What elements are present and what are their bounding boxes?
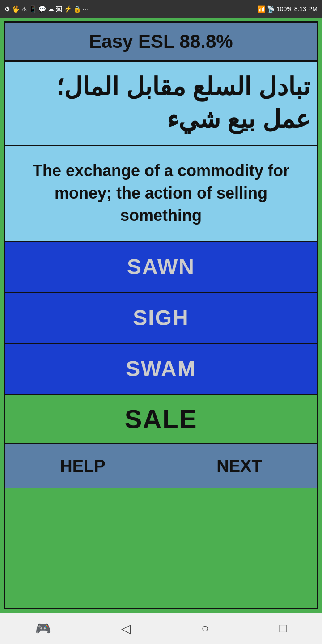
app-title: Easy ESL 88.8% [89,31,233,52]
arabic-section: تبادل السلع مقابل المال؛ عمل بيع شيء [5,62,317,146]
more-icon: ··· [83,5,88,13]
correct-answer-text: SALE [125,404,198,433]
recent-button[interactable]: □ [279,621,287,636]
correct-answer-section: SALE [5,395,317,443]
warning-icon: ⚠ [21,5,27,13]
image-icon: 🖼 [56,5,62,13]
message-icon: 💬 [38,5,46,13]
header: Easy ESL 88.8% [5,23,317,62]
status-icons-right: 📶 📡 100% 8:13 PM [258,5,318,13]
answer-label-1: SAWN [127,255,195,279]
home-button[interactable]: ○ [201,621,209,636]
next-button[interactable]: NEXT [161,444,317,488]
help-button[interactable]: HELP [5,444,161,488]
wifi-icon: 📶 [258,5,265,13]
signal-icon: 📡 [267,5,275,13]
hand-icon: 🖐 [12,5,20,13]
time-text: 8:13 PM [294,5,318,13]
english-definition-section: The exchange of a commodity for money; t… [5,146,317,242]
answer-button-1[interactable]: SAWN [5,242,317,293]
card-container: Easy ESL 88.8% تبادل السلع مقابل المال؛ … [4,21,318,609]
status-icons-left: ⚙ 🖐 ⚠ 📱 💬 ☁ 🖼 ⚡ 🔒 ··· [4,5,88,13]
english-definition-text: The exchange of a commodity for money; t… [33,161,289,225]
next-label: NEXT [216,457,262,475]
settings-icon: ⚙ [4,5,10,13]
answer-button-2[interactable]: SIGH [5,293,317,344]
cloud-icon: ☁ [48,5,54,13]
main-content: Easy ESL 88.8% تبادل السلع مقابل المال؛ … [0,18,322,613]
nav-bar: 🎮 ◁ ○ □ [0,613,322,644]
phone-icon: 📱 [29,5,37,13]
bottom-buttons: HELP NEXT [5,443,317,488]
back-button[interactable]: ◁ [121,621,131,636]
help-label: HELP [60,457,105,475]
lock-icon: 🔒 [73,5,81,13]
transfer-icon: ⚡ [64,5,72,13]
gamepad-icon: 🎮 [35,621,51,636]
status-bar: ⚙ 🖐 ⚠ 📱 💬 ☁ 🖼 ⚡ 🔒 ··· 📶 📡 100% 8:13 PM [0,0,322,18]
battery-text: 100% [276,5,292,13]
answer-label-3: SWAM [126,357,196,381]
answer-button-3[interactable]: SWAM [5,344,317,395]
arabic-text: تبادل السلع مقابل المال؛ عمل بيع شيء [56,72,310,133]
answer-label-2: SIGH [133,306,189,330]
